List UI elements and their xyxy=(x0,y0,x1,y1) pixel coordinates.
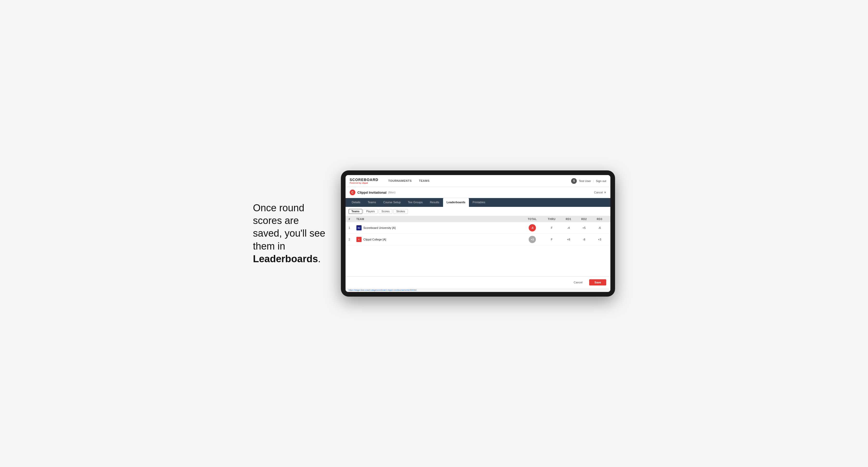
col-rd2: RD2 xyxy=(576,218,592,221)
tab-tee-groups[interactable]: Tee Groups xyxy=(404,198,426,207)
left-description: Once round scores are saved, you'll see … xyxy=(253,202,326,266)
footer-bar: Cancel Save xyxy=(345,276,610,288)
tab-details[interactable]: Details xyxy=(348,198,364,207)
nav-link-teams[interactable]: TEAMS xyxy=(415,175,433,187)
row1-thru: F xyxy=(542,226,561,229)
filter-players[interactable]: Players xyxy=(363,209,378,214)
cancel-x-button[interactable]: Cancel ✕ xyxy=(594,191,606,194)
desc-highlight: Leaderboards xyxy=(253,253,318,264)
col-total: TOTAL xyxy=(522,218,542,221)
filter-scores[interactable]: Scores xyxy=(379,209,392,214)
row1-team-logo: SU xyxy=(356,225,362,230)
logo-area: SCOREBOARD Powered by clippd xyxy=(350,178,378,184)
filter-teams[interactable]: Teams xyxy=(349,209,362,214)
row1-team-cell: SU Scoreboard University [A] xyxy=(356,225,522,230)
desc-line3: saved, you'll see xyxy=(253,228,326,239)
tab-course-setup[interactable]: Course Setup xyxy=(380,198,404,207)
tab-teams[interactable]: Teams xyxy=(364,198,379,207)
row2-rd2: -8 xyxy=(576,238,592,241)
status-url: https://stage-blue-coach.stagescoreboard… xyxy=(349,289,417,291)
row1-rd2: +5 xyxy=(576,226,592,229)
desc-line4: them in xyxy=(253,241,285,252)
col-team: TEAM xyxy=(356,218,522,221)
row1-total-badge: -5 xyxy=(529,224,536,231)
tablet-screen: SCOREBOARD Powered by clippd TOURNAMENTS… xyxy=(345,175,610,292)
col-rd3: RD3 xyxy=(592,218,607,221)
nav-user-name: Test User xyxy=(579,180,591,183)
top-nav: SCOREBOARD Powered by clippd TOURNAMENTS… xyxy=(345,175,610,187)
nav-separator: | xyxy=(593,180,594,183)
logo-sub: Powered by clippd xyxy=(350,182,378,184)
table-row: 2 C Clippd College [A] +3 F +8 -8 +3 xyxy=(345,234,610,245)
col-rank: # xyxy=(349,218,356,221)
row2-total-cell: +3 xyxy=(522,236,542,243)
nav-right: S Test User | Sign out xyxy=(571,178,606,184)
row1-total-cell: -5 xyxy=(522,224,542,231)
cancel-button[interactable]: Cancel xyxy=(569,279,587,285)
table-row: 1 SU Scoreboard University [A] -5 F -4 +… xyxy=(345,222,610,234)
col-thru: THRU xyxy=(542,218,561,221)
desc-line2: scores are xyxy=(253,215,299,226)
row1-rd3: -6 xyxy=(592,226,607,229)
row2-thru: F xyxy=(542,238,561,241)
tournament-header: C Clippd Invitational (Men) Cancel ✕ xyxy=(345,187,610,198)
row2-total-badge: +3 xyxy=(529,236,536,243)
tab-bar: Details Teams Course Setup Tee Groups Re… xyxy=(345,198,610,207)
user-avatar: S xyxy=(571,178,577,184)
row1-rank: 1 xyxy=(349,226,356,229)
desc-period: . xyxy=(318,253,321,264)
page-wrapper: Once round scores are saved, you'll see … xyxy=(253,170,615,297)
tournament-title: Clippd Invitational xyxy=(358,191,387,194)
row2-rd1: +8 xyxy=(561,238,576,241)
row1-rd1: -4 xyxy=(561,226,576,229)
tablet-device: SCOREBOARD Powered by clippd TOURNAMENTS… xyxy=(341,170,615,297)
table-empty-space xyxy=(345,245,610,276)
tab-printables[interactable]: Printables xyxy=(469,198,489,207)
tournament-sub: (Men) xyxy=(388,191,396,194)
table-header: # TEAM TOTAL THRU RD1 RD2 RD3 xyxy=(345,216,610,222)
row2-team-logo: C xyxy=(356,237,362,242)
save-button[interactable]: Save xyxy=(589,279,606,285)
row2-rank: 2 xyxy=(349,238,356,241)
row1-team-name: Scoreboard University [A] xyxy=(363,226,396,229)
logo-text: SCOREBOARD xyxy=(350,178,378,182)
desc-line1: Once round xyxy=(253,203,304,213)
sign-out-button[interactable]: Sign out xyxy=(596,180,606,183)
tournament-icon: C xyxy=(350,190,355,195)
col-rd1: RD1 xyxy=(561,218,576,221)
nav-link-tournaments[interactable]: TOURNAMENTS xyxy=(384,175,415,187)
tab-results[interactable]: Results xyxy=(426,198,443,207)
row2-team-cell: C Clippd College [A] xyxy=(356,237,522,242)
sub-filter-bar: Teams Players Scores Strokes xyxy=(345,207,610,216)
status-bar: https://stage-blue-coach.stagescoreboard… xyxy=(345,288,610,292)
tab-leaderboards[interactable]: Leaderboards xyxy=(443,198,469,207)
row2-team-name: Clippd College [A] xyxy=(363,238,386,241)
nav-links: TOURNAMENTS TEAMS xyxy=(384,175,571,187)
leaderboard-table: # TEAM TOTAL THRU RD1 RD2 RD3 1 SU Score… xyxy=(345,216,610,276)
filter-strokes[interactable]: Strokes xyxy=(393,209,408,214)
row2-rd3: +3 xyxy=(592,238,607,241)
